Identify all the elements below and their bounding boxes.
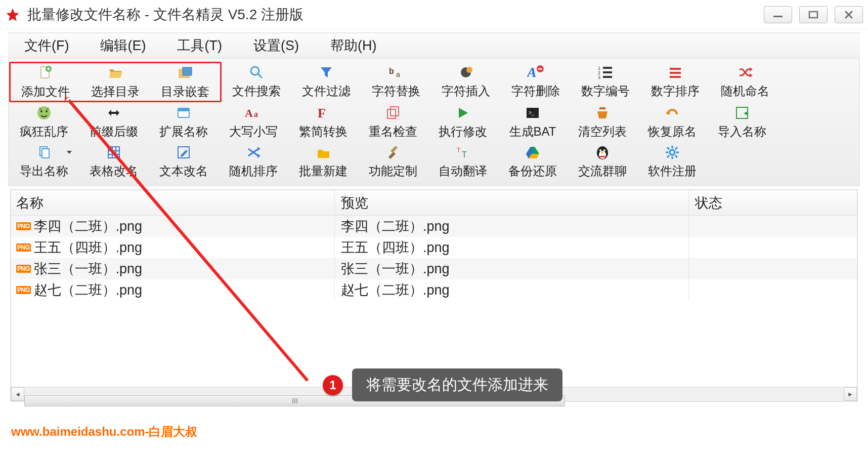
dup-icon — [384, 104, 402, 121]
tool-folder-nest[interactable]: 目录嵌套 — [150, 64, 220, 100]
gear-icon — [664, 144, 681, 161]
grid-icon — [105, 144, 122, 161]
close-button[interactable] — [835, 6, 863, 23]
menu-tools[interactable]: 工具(T) — [177, 36, 222, 55]
play-icon — [454, 104, 471, 121]
tool-play[interactable]: 执行修改 — [428, 104, 498, 140]
annotation-step-badge: 1 — [323, 375, 343, 395]
trad-icon: F — [315, 104, 332, 121]
tool-folder-new[interactable]: 批量新建 — [288, 144, 358, 179]
tool-drive[interactable]: 备份还原 — [498, 144, 568, 179]
tool-case[interactable]: Aa大写小写 — [219, 104, 288, 140]
tool-face[interactable]: 疯狂乱序 — [9, 104, 79, 140]
tool-char-replace[interactable]: ba字符替换 — [361, 64, 431, 100]
svg-rect-18 — [603, 67, 612, 69]
column-header-status[interactable]: 状态 — [689, 190, 857, 215]
cell-preview: 王五（四班）.png — [335, 237, 689, 258]
tool-search[interactable]: 文件搜索 — [222, 64, 291, 100]
tool-label: 目录嵌套 — [161, 84, 209, 100]
tool-label: 繁简转换 — [299, 123, 348, 140]
tool-undo[interactable]: 恢复原名 — [637, 104, 707, 140]
tool-number-list[interactable]: 123数字编号 — [571, 64, 640, 100]
maximize-button[interactable] — [799, 6, 828, 23]
cell-status — [689, 258, 857, 279]
folder-new-icon — [315, 144, 332, 161]
import-icon — [733, 104, 751, 121]
menu-help[interactable]: 帮助(H) — [330, 36, 376, 55]
tool-label: 导出名称 — [20, 163, 68, 179]
tool-terminal[interactable]: >_生成BAT — [498, 104, 568, 140]
svg-point-6 — [251, 67, 259, 75]
menu-file[interactable]: 文件(F) — [24, 36, 69, 55]
tool-gear[interactable]: 软件注册 — [637, 144, 707, 179]
tool-folder-open[interactable]: 选择目录 — [80, 64, 150, 100]
tool-label: 自动翻译 — [439, 163, 487, 179]
svg-text:A: A — [245, 107, 253, 119]
tool-label: 执行修改 — [439, 123, 487, 140]
table-row[interactable]: PNG李四（二班）.png李四（二班）.png — [11, 216, 857, 237]
tool-ext[interactable]: 扩展名称 — [149, 104, 219, 140]
tool-label: 大写小写 — [229, 123, 278, 140]
dropdown-caret-icon — [67, 151, 72, 154]
svg-rect-21 — [670, 68, 681, 70]
scroll-right-arrow[interactable]: ► — [844, 387, 857, 401]
tool-label: 随机命名 — [721, 83, 769, 99]
svg-line-60 — [675, 147, 677, 149]
tool-translate[interactable]: TT自动翻译 — [428, 144, 498, 179]
scroll-left-arrow[interactable]: ◄ — [11, 387, 24, 401]
svg-line-61 — [667, 155, 669, 157]
app-star-icon — [5, 7, 20, 22]
arrows-h-icon — [105, 104, 122, 121]
tool-file-add[interactable]: 添加文件 — [11, 64, 80, 100]
tool-import[interactable]: 导入名称 — [707, 104, 777, 140]
tool-label: 文本改名 — [159, 163, 208, 179]
file-name-text: 赵七（二班）.png — [34, 281, 143, 299]
tool-label: 扩展名称 — [159, 123, 208, 140]
table-row[interactable]: PNG张三（一班）.png张三（一班）.png — [11, 258, 857, 279]
preview-text: 王五（四班）.png — [341, 238, 450, 257]
tool-export[interactable]: 导出名称 — [9, 144, 79, 179]
svg-line-7 — [258, 74, 262, 78]
svg-point-53 — [670, 150, 675, 155]
menu-settings[interactable]: 设置(S) — [253, 36, 299, 55]
svg-text:b: b — [389, 67, 394, 75]
shuffle2-icon — [245, 144, 262, 161]
svg-point-49 — [599, 149, 601, 151]
tool-trad[interactable]: F繁简转换 — [288, 104, 358, 140]
translate-icon: TT — [454, 144, 471, 161]
tool-funnel[interactable]: 文件过滤 — [291, 64, 361, 100]
tool-arrows-h[interactable]: 前缀后缀 — [79, 104, 149, 140]
tool-penguin[interactable]: 交流群聊 — [568, 144, 637, 179]
tool-shuffle2[interactable]: 随机排序 — [219, 144, 288, 179]
tool-shuffle[interactable]: 随机命名 — [710, 64, 780, 100]
tool-label: 文件搜索 — [232, 83, 281, 99]
table-row[interactable]: PNG赵七（二班）.png赵七（二班）.png — [11, 279, 857, 301]
column-header-preview[interactable]: 预览 — [335, 190, 689, 215]
svg-rect-39 — [108, 147, 119, 158]
svg-text:T: T — [462, 150, 467, 159]
tool-char-insert[interactable]: 字符插入 — [431, 64, 501, 100]
tool-char-delete[interactable]: A字符删除 — [501, 64, 571, 100]
tool-clear[interactable]: 清空列表 — [568, 104, 637, 140]
tool-tools[interactable]: 功能定制 — [358, 144, 428, 179]
terminal-icon: >_ — [524, 104, 541, 121]
char-delete-icon: A — [527, 64, 544, 81]
svg-point-11 — [466, 67, 472, 73]
preview-text: 赵七（二班）.png — [341, 281, 450, 299]
menu-edit[interactable]: 编辑(E) — [100, 36, 146, 55]
tool-dup[interactable]: 重名检查 — [358, 104, 428, 140]
minimize-button[interactable] — [764, 6, 792, 23]
svg-text:3: 3 — [598, 75, 600, 80]
svg-rect-22 — [670, 72, 681, 74]
svg-line-58 — [667, 147, 669, 149]
svg-text:a: a — [254, 110, 258, 118]
tool-label: 数字排序 — [651, 83, 700, 99]
svg-text:T: T — [457, 147, 461, 154]
tool-grid[interactable]: 表格改名 — [79, 144, 149, 179]
tool-sort-lines[interactable]: 数字排序 — [640, 64, 710, 100]
file-add-icon — [37, 64, 54, 81]
table-row[interactable]: PNG王五（四班）.png王五（四班）.png — [11, 237, 857, 258]
column-header-name[interactable]: 名称 — [11, 190, 335, 215]
tool-label: 批量新建 — [299, 163, 348, 179]
tool-text-edit[interactable]: 文本改名 — [149, 144, 219, 179]
